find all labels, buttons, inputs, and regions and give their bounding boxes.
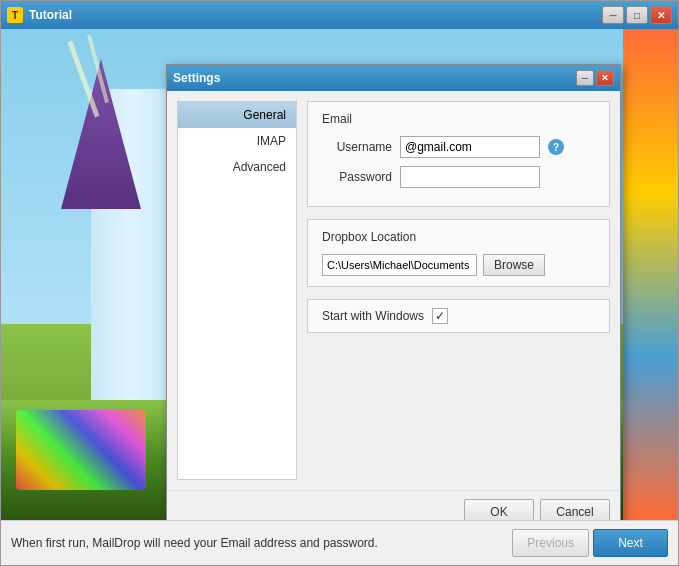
username-input[interactable] (400, 136, 540, 158)
tutorial-maximize-button[interactable]: □ (626, 6, 648, 24)
startup-label: Start with Windows (322, 309, 424, 323)
tutorial-window-icon: T (7, 7, 23, 23)
settings-close-button[interactable]: ✕ (596, 70, 614, 86)
nav-item-general[interactable]: General (178, 102, 296, 128)
tutorial-titlebar: T Tutorial ─ □ ✕ (1, 1, 678, 29)
browse-button[interactable]: Browse (483, 254, 545, 276)
tutorial-info-text: When first run, MailDrop will need your … (11, 536, 512, 550)
ok-button[interactable]: OK (464, 499, 534, 520)
right-decoration (623, 29, 678, 520)
nav-item-advanced[interactable]: Advanced (178, 154, 296, 180)
email-section: Email Username ? Password (307, 101, 610, 207)
nav-item-imap[interactable]: IMAP (178, 128, 296, 154)
password-input[interactable] (400, 166, 540, 188)
tutorial-nav-buttons: Previous Next (512, 529, 668, 557)
dropbox-section: Dropbox Location Browse (307, 219, 610, 287)
settings-dialog: Settings ─ ✕ General IMAP Advan (166, 64, 621, 520)
tutorial-close-button[interactable]: ✕ (650, 6, 672, 24)
dropbox-path-input[interactable] (322, 254, 477, 276)
tutorial-window-title: Tutorial (29, 8, 602, 22)
settings-nav-panel: General IMAP Advanced (177, 101, 297, 480)
tutorial-minimize-button[interactable]: ─ (602, 6, 624, 24)
tutorial-content-area: Settings ─ ✕ General IMAP Advan (1, 29, 678, 520)
email-section-title: Email (322, 112, 595, 126)
settings-titlebar: Settings ─ ✕ (167, 65, 620, 91)
password-label: Password (322, 170, 392, 184)
startup-section: Start with Windows ✓ (307, 299, 610, 333)
cancel-button[interactable]: Cancel (540, 499, 610, 520)
startup-checkbox[interactable]: ✓ (432, 308, 448, 324)
settings-body: General IMAP Advanced Email User (167, 91, 620, 490)
next-button[interactable]: Next (593, 529, 668, 557)
settings-minimize-button[interactable]: ─ (576, 70, 594, 86)
colorful-decoration (16, 410, 146, 490)
tutorial-window-controls: ─ □ ✕ (602, 6, 672, 24)
settings-dialog-title: Settings (173, 71, 576, 85)
password-row: Password (322, 166, 595, 188)
previous-button[interactable]: Previous (512, 529, 589, 557)
dropbox-section-title: Dropbox Location (322, 230, 595, 244)
settings-content-panel: Email Username ? Password Drop (307, 101, 610, 480)
username-row: Username ? (322, 136, 595, 158)
settings-footer: OK Cancel (167, 490, 620, 520)
username-label: Username (322, 140, 392, 154)
username-help-icon[interactable]: ? (548, 139, 564, 155)
dropbox-path-row: Browse (322, 254, 595, 276)
tutorial-bottombar: When first run, MailDrop will need your … (1, 520, 678, 565)
settings-window-controls: ─ ✕ (576, 70, 614, 86)
tutorial-window: T Tutorial ─ □ ✕ Settings (0, 0, 679, 566)
